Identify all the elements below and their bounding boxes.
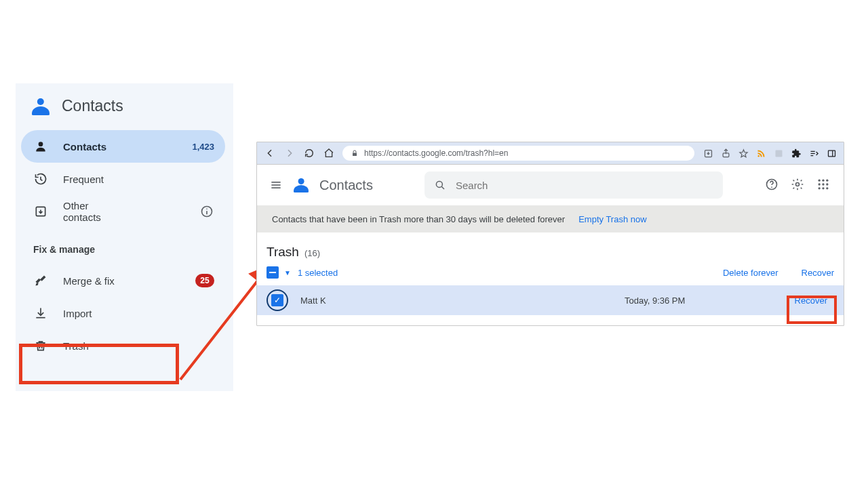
notice-text: Contacts that have been in Trash more th… [272, 214, 565, 224]
svg-point-10 [757, 155, 760, 157]
select-all-checkbox[interactable] [267, 266, 279, 279]
svg-point-29 [822, 183, 824, 185]
toolbar-right [703, 148, 837, 159]
deleted-date: Today, 9:36 PM [625, 296, 776, 306]
delete-forever-button[interactable]: Delete forever [723, 268, 778, 278]
history-icon [33, 171, 48, 186]
share-icon[interactable] [720, 148, 731, 159]
recover-button[interactable]: Recover [788, 291, 834, 310]
recover-all-button[interactable]: Recover [802, 268, 834, 278]
svg-point-28 [818, 183, 821, 185]
trash-notice-bar: Contacts that have been in Trash more th… [257, 205, 844, 232]
page-title: Trash [267, 245, 299, 260]
section-title-fix-manage: Fix & manage [16, 228, 233, 264]
browser-toolbar: https://contacts.google.com/trash?hl=en [257, 142, 844, 165]
star-icon[interactable] [738, 148, 749, 159]
page-count: (16) [304, 248, 320, 258]
svg-rect-7 [353, 153, 357, 157]
merge-fix-badge: 25 [195, 274, 214, 287]
archive-icon [33, 204, 48, 219]
contacts-logo-icon [294, 178, 309, 192]
rss-extension-icon[interactable] [755, 148, 766, 159]
svg-rect-15 [828, 150, 835, 157]
home-icon[interactable] [323, 148, 334, 159]
back-icon[interactable] [264, 148, 275, 159]
trash-icon [33, 338, 48, 353]
app-name: Contacts [62, 97, 123, 115]
svg-point-24 [796, 183, 800, 186]
app-header: Contacts [257, 165, 844, 205]
reading-list-icon[interactable] [808, 148, 819, 159]
svg-point-0 [39, 142, 43, 146]
app-title: Contacts [319, 178, 373, 193]
contacts-logo-icon [32, 98, 50, 115]
app-brand: Contacts [16, 90, 233, 130]
lock-icon [351, 149, 359, 157]
settings-gear-icon[interactable] [791, 178, 806, 192]
checkmark-icon: ✓ [271, 294, 283, 306]
selected-count: 1 selected [298, 268, 338, 278]
help-icon[interactable] [765, 178, 780, 192]
contact-name: Matt K [300, 296, 585, 306]
trash-contact-row[interactable]: ✓ Matt K Today, 9:36 PM Recover [257, 285, 844, 315]
svg-point-25 [818, 180, 821, 182]
sidebar-item-merge-fix[interactable]: Merge & fix 25 [21, 264, 225, 297]
empty-trash-link[interactable]: Empty Trash now [578, 214, 646, 224]
selection-row: ▼ 1 selected Delete forever Recover [257, 264, 844, 285]
svg-point-27 [826, 180, 828, 182]
url-text: https://contacts.google.com/trash?hl=en [364, 148, 508, 158]
row-checkbox[interactable]: ✓ [267, 289, 288, 311]
extensions-puzzle-icon[interactable] [791, 148, 802, 159]
tools-icon [33, 273, 48, 288]
sidebar-item-trash[interactable]: Trash [21, 329, 225, 362]
search-input[interactable] [454, 179, 713, 192]
svg-point-33 [826, 187, 828, 189]
sidebar-item-import[interactable]: Import [21, 297, 225, 329]
svg-point-31 [818, 187, 821, 189]
apps-grid-icon[interactable] [816, 178, 831, 192]
svg-point-4 [206, 208, 208, 209]
svg-point-32 [822, 187, 824, 189]
sidepanel-icon[interactable] [826, 148, 837, 159]
sidebar-item-label: Frequent [63, 174, 214, 185]
sidebar: Contacts Contacts 1,423 Frequent [16, 83, 233, 391]
browser-window: https://contacts.google.com/trash?hl=en [256, 142, 844, 326]
info-icon[interactable] [199, 204, 214, 219]
reload-icon[interactable] [303, 148, 315, 159]
search-box[interactable] [425, 171, 723, 199]
contacts-count: 1,423 [192, 142, 214, 152]
sidebar-item-contacts[interactable]: Contacts 1,423 [21, 130, 225, 163]
svg-point-20 [436, 181, 442, 187]
download-icon [33, 306, 48, 321]
svg-point-23 [771, 186, 772, 188]
select-caret-icon[interactable]: ▼ [284, 269, 291, 277]
sidebar-item-label: Contacts [63, 141, 177, 152]
sidebar-item-label: Import [63, 308, 214, 319]
search-icon [434, 179, 446, 191]
svg-rect-11 [775, 150, 782, 157]
sidebar-item-other-contacts[interactable]: Other contacts [21, 195, 225, 228]
install-icon[interactable] [703, 148, 713, 159]
page-title-row: Trash (16) [257, 232, 844, 264]
sidebar-item-label: Trash [63, 340, 214, 352]
sidebar-item-frequent[interactable]: Frequent [21, 163, 225, 195]
person-icon [33, 139, 48, 154]
svg-line-21 [441, 186, 444, 189]
menu-icon[interactable] [269, 178, 283, 192]
svg-point-30 [826, 183, 828, 185]
svg-point-26 [822, 180, 824, 182]
forward-icon[interactable] [283, 148, 295, 159]
url-field[interactable]: https://contacts.google.com/trash?hl=en [342, 146, 694, 161]
extension-icon[interactable] [773, 148, 784, 159]
sidebar-item-label: Merge & fix [63, 275, 180, 287]
sidebar-item-label: Other contacts [63, 200, 117, 223]
